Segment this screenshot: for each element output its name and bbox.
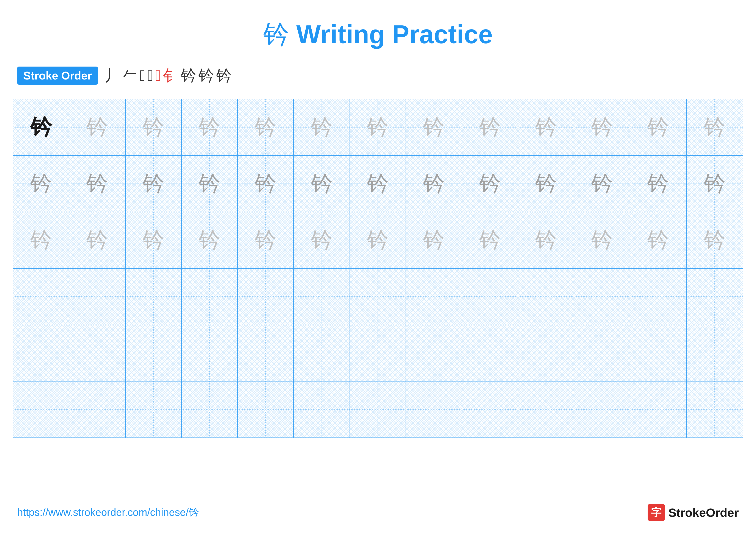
grid-cell-r3-c7[interactable]: 钤: [350, 212, 406, 268]
grid-cell-r6-c3[interactable]: [126, 381, 182, 438]
grid-cell-r2-c1[interactable]: 钤: [14, 156, 69, 212]
grid-cell-r4-c12[interactable]: [630, 268, 687, 325]
grid-cell-r2-c13[interactable]: 钤: [687, 156, 742, 212]
grid-cell-r1-c10[interactable]: 钤: [518, 99, 574, 155]
grid-cell-r6-c10[interactable]: [518, 381, 574, 438]
grid-cell-r3-c5[interactable]: 钤: [238, 212, 294, 268]
grid-cell-r3-c12[interactable]: 钤: [630, 212, 687, 268]
grid-cell-r1-c7[interactable]: 钤: [350, 99, 406, 155]
grid-cell-r2-c4[interactable]: 钤: [182, 156, 238, 212]
grid-cell-r3-c13[interactable]: 钤: [687, 212, 742, 268]
grid-cell-r1-c9[interactable]: 钤: [462, 99, 518, 155]
grid-cell-r4-c9[interactable]: [462, 268, 518, 325]
grid-cell-r6-c11[interactable]: [574, 381, 630, 438]
footer-url[interactable]: https://www.strokeorder.com/chinese/钤: [17, 506, 199, 519]
grid-cell-r1-c5[interactable]: 钤: [238, 99, 294, 155]
grid-cell-r5-c12[interactable]: [630, 325, 687, 381]
grid-cell-r5-c7[interactable]: [350, 325, 406, 381]
grid-cell-r5-c3[interactable]: [126, 325, 182, 381]
grid-cell-r6-c1[interactable]: [14, 381, 69, 438]
grid-cell-r3-c6[interactable]: 钤: [294, 212, 350, 268]
stroke-8: 钤: [199, 65, 214, 86]
grid-row-6: [14, 381, 742, 438]
grid-cell-r2-c5[interactable]: 钤: [238, 156, 294, 212]
grid-cell-r6-c12[interactable]: [630, 381, 687, 438]
grid-cell-r1-c12[interactable]: 钤: [630, 99, 687, 155]
grid-cell-r2-c7[interactable]: 钤: [350, 156, 406, 212]
grid-cell-r1-c3[interactable]: 钤: [126, 99, 182, 155]
grid-cell-r4-c4[interactable]: [182, 268, 238, 325]
grid-cell-r5-c6[interactable]: [294, 325, 350, 381]
practice-char: 钤: [86, 169, 108, 198]
grid-cell-r1-c8[interactable]: 钤: [406, 99, 462, 155]
grid-cell-r3-c4[interactable]: 钤: [182, 212, 238, 268]
grid-cell-r6-c7[interactable]: [350, 381, 406, 438]
grid-cell-r2-c6[interactable]: 钤: [294, 156, 350, 212]
grid-cell-r1-c4[interactable]: 钤: [182, 99, 238, 155]
grid-cell-r3-c2[interactable]: 钤: [69, 212, 125, 268]
grid-cell-r2-c3[interactable]: 钤: [126, 156, 182, 212]
grid-cell-r4-c2[interactable]: [69, 268, 125, 325]
practice-char: 钤: [30, 226, 52, 255]
grid-cell-r4-c1[interactable]: [14, 268, 69, 325]
grid-cell-r4-c5[interactable]: [238, 268, 294, 325]
grid-cell-r4-c8[interactable]: [406, 268, 462, 325]
grid-cell-r3-c8[interactable]: 钤: [406, 212, 462, 268]
practice-char: 钤: [143, 169, 164, 198]
page-container: 钤 Writing Practice Stroke Order 丿 𠂉 𠄌 𠄏 …: [0, 0, 756, 438]
grid-cell-r4-c13[interactable]: [687, 268, 742, 325]
logo-text: StrokeOrder: [668, 506, 739, 520]
grid-cell-r2-c8[interactable]: 钤: [406, 156, 462, 212]
grid-cell-r5-c1[interactable]: [14, 325, 69, 381]
grid-cell-r1-c2[interactable]: 钤: [69, 99, 125, 155]
footer-logo: 字 StrokeOrder: [648, 504, 739, 521]
grid-cell-r6-c5[interactable]: [238, 381, 294, 438]
grid-cell-r1-c11[interactable]: 钤: [574, 99, 630, 155]
grid-cell-r3-c1[interactable]: 钤: [14, 212, 69, 268]
grid-cell-r5-c2[interactable]: [69, 325, 125, 381]
grid-cell-r5-c9[interactable]: [462, 325, 518, 381]
stroke-4: 𠄏: [148, 67, 153, 85]
grid-cell-r4-c7[interactable]: [350, 268, 406, 325]
grid-cell-r6-c8[interactable]: [406, 381, 462, 438]
grid-cell-r3-c9[interactable]: 钤: [462, 212, 518, 268]
grid-cell-r3-c3[interactable]: 钤: [126, 212, 182, 268]
grid-cell-r4-c6[interactable]: [294, 268, 350, 325]
grid-cell-r6-c4[interactable]: [182, 381, 238, 438]
grid-cell-r5-c11[interactable]: [574, 325, 630, 381]
grid-cell-r2-c12[interactable]: 钤: [630, 156, 687, 212]
practice-char: 钤: [367, 169, 389, 198]
practice-char: 钤: [255, 226, 276, 255]
grid-cell-r6-c13[interactable]: [687, 381, 742, 438]
title-chinese-char: 钤: [263, 20, 289, 49]
stroke-sequence: 丿 𠂉 𠄌 𠄏 𠄢 钅 钤 钤 钤: [104, 65, 232, 86]
grid-cell-r3-c10[interactable]: 钤: [518, 212, 574, 268]
grid-cell-r6-c6[interactable]: [294, 381, 350, 438]
practice-char: 钤: [423, 226, 445, 255]
grid-cell-r1-c13[interactable]: 钤: [687, 99, 742, 155]
practice-char: 钤: [255, 169, 276, 198]
grid-cell-r4-c11[interactable]: [574, 268, 630, 325]
practice-grid: 钤 钤 钤 钤 钤 钤 钤 钤 钤 钤 钤 钤 钤 钤 钤 钤 钤 钤 钤 钤 …: [13, 99, 743, 438]
grid-cell-r1-c1[interactable]: 钤: [14, 99, 69, 155]
grid-cell-r5-c5[interactable]: [238, 325, 294, 381]
grid-cell-r5-c4[interactable]: [182, 325, 238, 381]
grid-cell-r1-c6[interactable]: 钤: [294, 99, 350, 155]
grid-cell-r3-c11[interactable]: 钤: [574, 212, 630, 268]
grid-cell-r4-c10[interactable]: [518, 268, 574, 325]
grid-cell-r2-c10[interactable]: 钤: [518, 156, 574, 212]
practice-char: 钤: [535, 226, 557, 255]
practice-char: 钤: [199, 113, 220, 142]
grid-cell-r5-c13[interactable]: [687, 325, 742, 381]
grid-cell-r4-c3[interactable]: [126, 268, 182, 325]
grid-cell-r6-c2[interactable]: [69, 381, 125, 438]
stroke-7: 钤: [181, 65, 196, 86]
practice-char: 钤: [199, 169, 220, 198]
grid-cell-r5-c10[interactable]: [518, 325, 574, 381]
grid-cell-r5-c8[interactable]: [406, 325, 462, 381]
grid-cell-r6-c9[interactable]: [462, 381, 518, 438]
grid-cell-r2-c11[interactable]: 钤: [574, 156, 630, 212]
grid-cell-r2-c2[interactable]: 钤: [69, 156, 125, 212]
grid-cell-r2-c9[interactable]: 钤: [462, 156, 518, 212]
practice-char: 钤: [535, 169, 557, 198]
